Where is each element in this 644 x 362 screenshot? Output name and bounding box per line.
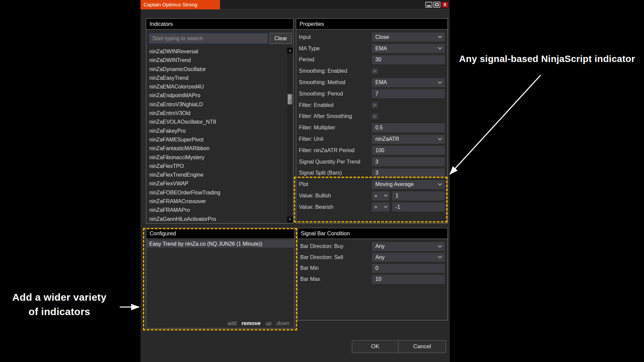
property-row-value-bearish: Value: Bearish = — [296, 201, 447, 213]
field-label: Input — [299, 34, 372, 40]
arrow-to-plot-box — [450, 75, 541, 174]
indicator-list[interactable]: ninZaDWINReversal ninZaDWINTrend ninZaDy… — [147, 47, 286, 222]
field-label: Bar Direction: Buy — [300, 243, 372, 249]
close-button[interactable]: X — [441, 2, 448, 8]
chevron-down-icon — [438, 45, 442, 50]
list-item[interactable]: ninZaFlexTPO — [147, 162, 286, 171]
list-item[interactable]: ninZaFibonacciMystery — [147, 153, 286, 162]
bar-min-field[interactable] — [372, 264, 445, 273]
list-scrollbar[interactable]: ▲ ▼ — [287, 48, 293, 223]
select-value: Any — [375, 254, 385, 260]
down-link[interactable]: down — [277, 320, 289, 326]
field-label: Filter: Unit — [299, 136, 372, 142]
list-item[interactable]: ninZaFOBEOrderFlowTrading — [147, 188, 286, 197]
property-row-smoothing-enabled: Smoothing: Enabled ✓ — [296, 65, 447, 77]
window-controls: X — [425, 2, 448, 8]
search-input[interactable] — [149, 33, 268, 44]
scrollbar-thumb[interactable] — [287, 94, 292, 105]
ok-button[interactable]: OK — [352, 340, 398, 353]
maximize-button[interactable] — [433, 2, 440, 8]
titlebar[interactable]: Captain Optimus Strong X — [141, 0, 450, 9]
cancel-button[interactable]: Cancel — [398, 340, 446, 353]
scroll-down-icon[interactable]: ▼ — [287, 217, 293, 223]
bearish-operator-select[interactable]: = — [372, 202, 389, 212]
bullish-value-field[interactable] — [392, 191, 445, 200]
close-icon: X — [443, 2, 446, 7]
chevron-down-icon — [438, 181, 442, 186]
list-item[interactable]: ninZaEMAColorized4U — [147, 82, 286, 91]
bullish-operator-select[interactable]: = — [372, 191, 389, 200]
list-item[interactable]: ninZaFRAMAPro — [147, 206, 286, 215]
chevron-down-icon — [438, 254, 442, 259]
list-item[interactable]: ninZaFlexTrendEngine — [147, 171, 286, 179]
add-link[interactable]: add — [227, 320, 236, 326]
field-label: Filter: Multiplier — [299, 125, 372, 131]
list-item[interactable]: ninZaFantasticMARibbon — [147, 144, 286, 153]
list-item[interactable]: ninZaFlexVWAP — [147, 179, 286, 188]
signal-quantity-field[interactable] — [372, 157, 445, 166]
list-item[interactable]: ninZaFRAMACrossover — [147, 197, 286, 206]
select-value: EMA — [375, 79, 387, 85]
signal-split-field[interactable] — [372, 169, 445, 178]
signal-header: Signal Bar Condition — [298, 228, 447, 239]
annotation-left-note: Add a wider variety of indicators — [1, 290, 117, 319]
plot-select[interactable]: Moving Average — [372, 180, 445, 189]
field-label: Smoothing: Method — [299, 79, 372, 85]
clear-search-button[interactable]: Clear — [270, 33, 292, 44]
field-label: Bar Min — [300, 265, 372, 271]
indicators-header: Indicators — [146, 19, 293, 29]
field-label: MA Type — [299, 46, 372, 52]
select-value: Close — [375, 34, 389, 40]
field-label: Signal Split (Bars) — [299, 170, 372, 176]
list-item[interactable]: ninZaFakeyPro — [147, 127, 286, 135]
signal-bar-condition-panel: Signal Bar Condition Bar Direction: Buy … — [297, 228, 448, 320]
property-row-plot: Plot Moving Average — [296, 179, 447, 190]
ninzaatr-period-field[interactable] — [372, 146, 445, 155]
list-item[interactable]: ninZaGannHiLoActivatorPro — [147, 215, 286, 222]
bearish-value-field[interactable] — [392, 202, 445, 212]
chevron-down-icon — [384, 204, 387, 208]
list-item[interactable]: ninZaEVOLAOscillator_NT8 — [147, 118, 286, 126]
configured-header: Configured — [146, 228, 294, 239]
chevron-down-icon — [438, 136, 442, 140]
field-label: Filter: Enabled — [299, 102, 372, 108]
list-item[interactable]: ninZaEasyTrend — [147, 74, 286, 82]
field-label: Bar Direction: Sell — [300, 254, 372, 260]
property-row-filter-multiplier: Filter: Multiplier — [296, 122, 447, 133]
remove-link[interactable]: remove — [241, 320, 261, 326]
configured-item-selected[interactable]: Easy Trend by ninZa.co (NQ JUN26 (1 Minu… — [147, 240, 294, 248]
smoothing-method-select[interactable]: EMA — [372, 78, 445, 87]
filter-unit-select[interactable]: ninZaATR — [372, 135, 445, 144]
signal-row-bar-min: Bar Min — [298, 263, 447, 274]
select-value: EMA — [375, 46, 387, 52]
period-field[interactable] — [372, 55, 445, 64]
smoothing-period-field[interactable] — [372, 89, 445, 98]
ma-type-select[interactable]: EMA — [372, 44, 445, 53]
list-item[interactable]: ninZaEntroV3Old — [147, 109, 286, 118]
list-item[interactable]: ninZaDWINTrend — [147, 56, 286, 65]
signal-rows: Bar Direction: Buy Any Bar Direction: Se… — [298, 241, 447, 285]
list-item[interactable]: ninZaEndpointMAPro — [147, 91, 286, 100]
select-value: = — [374, 204, 377, 210]
minimize-button[interactable] — [425, 2, 432, 8]
field-label: Smoothing: Enabled — [299, 68, 372, 74]
properties-panel: Properties Input Close MA Type EMA Perio… — [296, 18, 448, 224]
list-item[interactable]: ninZaFAMESuperPivot — [147, 135, 286, 144]
bar-direction-buy-select[interactable]: Any — [372, 242, 445, 251]
smoothing-enabled-checkbox[interactable]: ✓ — [372, 68, 378, 74]
bar-direction-sell-select[interactable]: Any — [372, 253, 445, 262]
field-label: Value: Bearish — [299, 204, 372, 210]
list-item[interactable]: ninZaEntroV3NghiaLD — [147, 100, 286, 109]
filter-enabled-checkbox[interactable]: ✓ — [372, 102, 378, 108]
list-item[interactable]: ninZaDWINReversal — [147, 47, 286, 56]
list-item[interactable]: ninZaDynamicOscillator — [147, 65, 286, 74]
filter-multiplier-field[interactable] — [372, 123, 445, 132]
field-label: Filter: After Smoothing — [299, 113, 372, 119]
select-value: ninZaATR — [375, 136, 399, 142]
input-select[interactable]: Close — [372, 33, 445, 42]
window-title: Captain Optimus Strong — [141, 0, 220, 9]
scroll-up-icon[interactable]: ▲ — [287, 48, 293, 54]
filter-after-smoothing-checkbox[interactable]: ✓ — [372, 114, 378, 119]
up-link[interactable]: up — [266, 320, 272, 326]
bar-max-field[interactable] — [372, 275, 445, 284]
